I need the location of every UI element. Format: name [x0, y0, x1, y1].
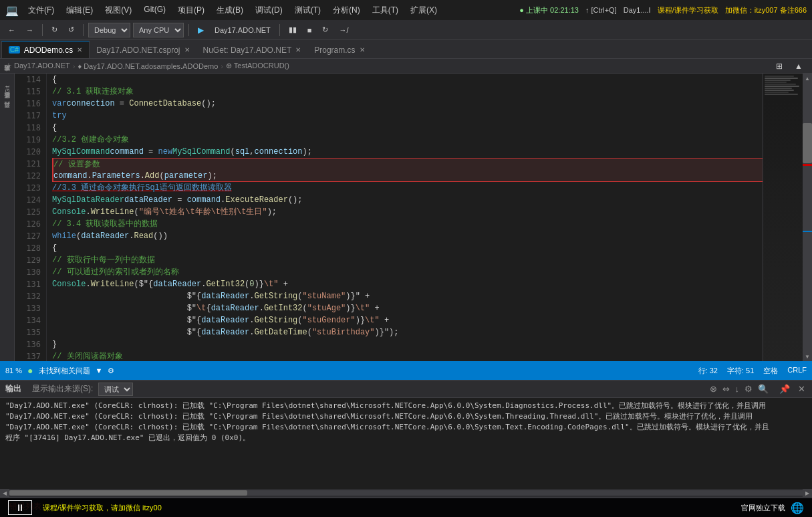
overlay-globe-icon[interactable]: 🌐	[791, 502, 804, 514]
main-editor-layout: 解决方案 Git 诊断工具 工具箱 114 115 116 117 118 11…	[0, 74, 812, 361]
code-line-132: $"{dataReader.GetString("stuName")}" +	[52, 290, 763, 302]
code-line-129: // 获取行中每一列中的数据	[52, 254, 763, 266]
zoom-level[interactable]: 81 %	[5, 367, 22, 375]
breadcrumb-method[interactable]: ⊕ TestADOCRUD()	[226, 62, 289, 70]
vertical-scrollbar[interactable]: ▲ ▼	[803, 74, 812, 361]
hscroll-left[interactable]: ◀	[0, 489, 9, 497]
scroll-down-button[interactable]: ▼	[803, 352, 812, 361]
filter-btn[interactable]: ⚙	[108, 367, 114, 375]
code-content-area[interactable]: { // 3.1 获取连接对象 var connection = Connect…	[47, 74, 763, 361]
breadcrumb-actions: ⊞ ▲	[772, 60, 807, 72]
output-wrap-button[interactable]: ⇔	[721, 383, 731, 395]
step-over-button[interactable]: →/	[335, 25, 352, 35]
code-line-127: while (dataReader.Read())	[52, 230, 763, 242]
menu-edit[interactable]: 编辑(E)	[61, 3, 98, 17]
day-label: Day1....I	[624, 6, 651, 14]
restart-button[interactable]: ↻	[318, 24, 332, 35]
menu-analyze[interactable]: 分析(N)	[327, 3, 366, 17]
pause-button[interactable]: ▮▮	[285, 24, 301, 35]
menu-debug[interactable]: 调试(D)	[250, 3, 288, 17]
status-text: 未找到相关问题	[39, 366, 90, 376]
expand-button[interactable]: ▲	[791, 60, 807, 72]
tab-close-csproj[interactable]: ✕	[184, 46, 190, 54]
tab-icon-cs: C#	[9, 46, 20, 54]
hscroll-thumb[interactable]	[9, 490, 247, 496]
filter-dropdown-icon[interactable]: ▼	[96, 367, 103, 375]
tab-close-nuget[interactable]: ✕	[295, 46, 301, 54]
tab-close-program[interactable]: ✕	[360, 46, 365, 54]
output-find-button[interactable]: 🔍	[757, 383, 770, 395]
run-button[interactable]: ▶	[194, 24, 208, 36]
output-clear-button[interactable]: ⊗	[708, 383, 718, 395]
output-toolbar: ⊗ ⇔ ↓ ⚙ 🔍	[708, 383, 771, 395]
overlay-promo-text: 课程/课件学习获取，请加微信 itzy00	[43, 503, 162, 513]
tab-close-adodemo[interactable]: ✕	[77, 46, 82, 54]
output-title: 输出	[5, 383, 21, 395]
debug-config-select[interactable]: Debug	[88, 23, 130, 37]
status-row[interactable]: 行: 32	[698, 366, 718, 376]
menu-view[interactable]: 视图(V)	[100, 3, 137, 17]
output-close-button[interactable]: ✕	[797, 383, 807, 395]
line-num-119: 119	[15, 134, 41, 146]
output-filter-button[interactable]: ⚙	[743, 383, 754, 395]
code-line-124: MySqlDataReader dataReader = command.Exe…	[52, 194, 763, 206]
nav-forward-button[interactable]: →	[22, 25, 37, 35]
status-bar: 81 % ● 未找到相关问题 ▼ ⚙ 行: 32 字符: 51 空格 CRLF	[0, 361, 812, 380]
title-bar-left: 💻 文件(F) 编辑(E) 视图(V) Git(G) 项目(P) 生成(B) 调…	[5, 3, 442, 17]
menu-project[interactable]: 项目(P)	[172, 3, 210, 17]
menu-extensions[interactable]: 扩展(X)	[405, 3, 442, 17]
line-num-116: 116	[15, 98, 41, 110]
output-scroll-button[interactable]: ↓	[734, 383, 741, 395]
line-num-136: 136	[15, 338, 41, 350]
code-editor: 114 115 116 117 118 119 120 121 122 123 …	[15, 74, 812, 361]
menu-git[interactable]: Git(G)	[138, 3, 171, 17]
breadcrumb-sep-1: ›	[73, 62, 76, 70]
breadcrumb-namespace[interactable]: ☆ Day17.ADO.NET	[5, 62, 70, 70]
code-line-126: // 3.4 获取读取器中的数据	[52, 218, 763, 230]
menu-tools[interactable]: 工具(T)	[367, 3, 404, 17]
output-pin-button[interactable]: 📌	[778, 383, 791, 395]
undo-button[interactable]: ↻	[47, 24, 61, 35]
status-icon-circle: ●	[27, 365, 33, 376]
scroll-track[interactable]	[803, 83, 812, 352]
line-num-129: 129	[15, 254, 41, 266]
stop-button[interactable]: ■	[303, 25, 316, 35]
status-right-items: 行: 32 字符: 51 空格 CRLF	[698, 366, 807, 376]
overlay-pause-button[interactable]: ⏸	[8, 500, 32, 515]
sidebar-git[interactable]: Git	[4, 86, 11, 94]
tab-csproj[interactable]: Day17.ADO.NET.csproj ✕	[90, 41, 196, 58]
status-col[interactable]: 字符: 51	[727, 366, 754, 376]
output-source-select[interactable]: 调试	[98, 383, 133, 396]
output-header: 输出 显示输出来源(S): 调试 ⊗ ⇔ ↓ ⚙ 🔍 📌 ✕	[0, 381, 812, 398]
line-num-130: 130	[15, 266, 41, 278]
menu-file[interactable]: 文件(F)	[23, 3, 59, 17]
split-editor-button[interactable]: ⊞	[772, 60, 787, 72]
line-num-120: 120	[15, 146, 41, 158]
line-num-135: 135	[15, 326, 41, 338]
nav-back-button[interactable]: ←	[4, 25, 19, 35]
menu-build[interactable]: 生成(B)	[211, 3, 249, 17]
status-space[interactable]: 空格	[763, 366, 778, 376]
tab-program[interactable]: Program.cs ✕	[307, 41, 371, 58]
output-hscrollbar[interactable]: ◀ ▶	[0, 489, 812, 497]
hscroll-right[interactable]: ▶	[803, 489, 812, 497]
code-line-136: }	[52, 338, 763, 350]
minimap	[763, 74, 803, 361]
hscroll-track[interactable]	[9, 490, 803, 496]
breadcrumb-class[interactable]: ♦ Day17.ADO.NET.adosamples.ADODemo	[78, 62, 218, 70]
breadcrumb-sep-2: ›	[221, 62, 223, 70]
error-indicator	[803, 164, 812, 166]
tab-adodemo[interactable]: C# ADODemo.cs ✕	[1, 41, 90, 58]
scroll-thumb[interactable]	[803, 123, 812, 163]
scroll-up-button[interactable]: ▲	[803, 74, 812, 83]
separator-4	[279, 24, 280, 36]
toolbar: ← → ↻ ↺ Debug Any CPU ▶ Day17.ADO.NET ▮▮…	[0, 20, 812, 40]
line-numbers: 114 115 116 117 118 119 120 121 122 123 …	[15, 74, 47, 361]
menu-test[interactable]: 测试(T)	[289, 3, 326, 17]
code-line-119: //3.2 创建命令对象	[52, 134, 763, 146]
line-num-131: 131	[15, 278, 41, 290]
platform-select[interactable]: Any CPU	[133, 23, 184, 37]
status-encoding[interactable]: CRLF	[787, 366, 807, 376]
tab-nuget[interactable]: NuGet: Day17.ADO.NET ✕	[196, 41, 308, 58]
redo-button[interactable]: ↺	[64, 24, 78, 35]
